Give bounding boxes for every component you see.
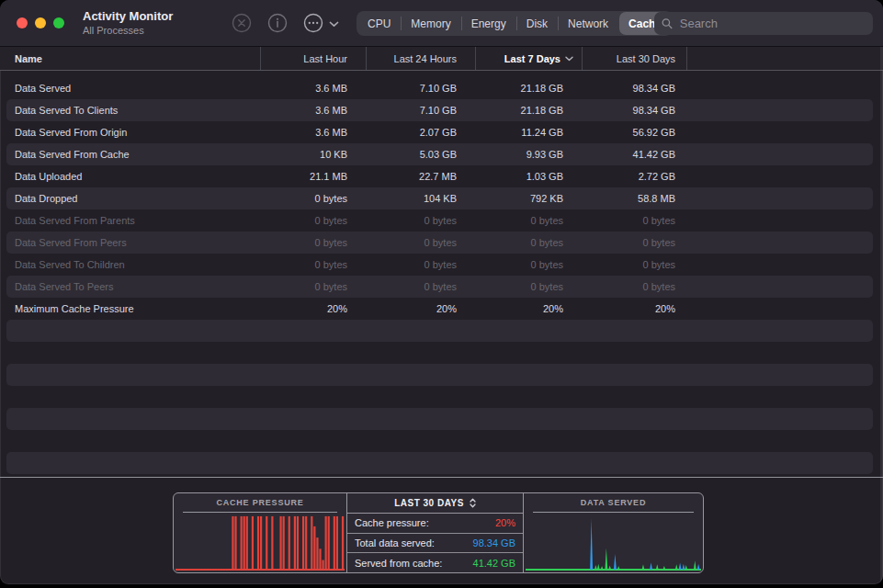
- more-options-chevron[interactable]: [329, 15, 339, 31]
- sort-descending-icon: [565, 56, 573, 62]
- row-name-cell: Data Served: [6, 83, 260, 94]
- traffic-lights: [17, 17, 64, 28]
- row-value-cell: 792 KB: [475, 193, 582, 204]
- row-value-cell: 0 bytes: [475, 281, 582, 292]
- tab-network[interactable]: Network: [558, 11, 618, 36]
- ellipsis-circle-icon: [303, 13, 323, 33]
- empty-table-row: [6, 386, 873, 408]
- close-button[interactable]: [17, 17, 28, 28]
- tab-cpu[interactable]: CPU: [357, 11, 401, 36]
- empty-table-row: [6, 408, 873, 430]
- row-value-cell: 98.34 GB: [582, 105, 686, 116]
- column-header-name[interactable]: Name: [0, 47, 260, 70]
- empty-table-row: [6, 430, 873, 452]
- empty-table-row: [6, 364, 873, 386]
- zoom-button[interactable]: [53, 17, 64, 28]
- process-filter-label: All Processes: [83, 24, 173, 37]
- statistics-table: Data Served3.6 MB7.10 GB21.18 GB98.34 GB…: [0, 72, 883, 474]
- row-value-cell: 20%: [366, 303, 475, 314]
- stat-value: 41.42 GB: [473, 558, 515, 569]
- period-selector[interactable]: LAST 30 DAYS: [347, 493, 523, 514]
- sorted-column-label: Last 7 Days: [504, 53, 560, 64]
- search-icon: [662, 17, 673, 29]
- table-row[interactable]: Data Served From Peers0 bytes0 bytes0 by…: [6, 232, 873, 254]
- search-input[interactable]: [678, 16, 866, 31]
- row-value-cell: 58.8 MB: [582, 193, 686, 204]
- data-served-section: DATA SERVED: [524, 493, 703, 572]
- row-value-cell: 0 bytes: [260, 215, 366, 226]
- row-value-cell: 22.7 MB: [366, 171, 475, 182]
- row-value-cell: 0 bytes: [366, 237, 475, 248]
- table-row[interactable]: Data Served To Peers0 bytes0 bytes0 byte…: [6, 276, 873, 298]
- search-field[interactable]: [654, 12, 873, 35]
- table-row[interactable]: Data Uploaded21.1 MB22.7 MB1.03 GB2.72 G…: [6, 165, 873, 187]
- table-row[interactable]: Data Served3.6 MB7.10 GB21.18 GB98.34 GB: [6, 77, 873, 99]
- tab-energy[interactable]: Energy: [461, 11, 516, 36]
- tab-memory[interactable]: Memory: [401, 11, 460, 36]
- toolbar-buttons: [232, 13, 339, 33]
- table-row[interactable]: Data Dropped0 bytes104 KB792 KB58.8 MB: [6, 187, 873, 209]
- stat-row: Cache pressure:20%: [347, 514, 523, 534]
- stat-value: 98.34 GB: [473, 537, 515, 548]
- window-title: Activity Monitor: [83, 8, 173, 24]
- data-served-graph: [526, 513, 701, 571]
- table-row[interactable]: Maximum Cache Pressure20%20%20%20%: [6, 298, 873, 320]
- column-header-last-24-hours[interactable]: Last 24 Hours: [366, 47, 475, 70]
- table-header: Name Last Hour Last 24 Hours Last 7 Days…: [0, 47, 883, 71]
- row-name-cell: Data Served From Origin: [6, 127, 260, 138]
- column-header-spacer: [686, 47, 883, 70]
- row-value-cell: 0 bytes: [475, 215, 582, 226]
- data-served-title: DATA SERVED: [524, 498, 703, 507]
- row-value-cell: 21.18 GB: [475, 105, 582, 116]
- row-name-cell: Data Served From Parents: [6, 215, 260, 226]
- cache-pressure-section: CACHE PRESSURE: [174, 493, 346, 572]
- stat-row: Served from cache:41.42 GB: [347, 553, 523, 572]
- cache-pressure-title: CACHE PRESSURE: [174, 498, 346, 507]
- row-value-cell: 98.34 GB: [582, 83, 686, 94]
- row-value-cell: 21.18 GB: [475, 83, 582, 94]
- inspect-process-button[interactable]: [267, 13, 288, 33]
- stat-row: Total data served:98.34 GB: [347, 534, 523, 554]
- table-row[interactable]: Data Served From Cache10 KB5.03 GB9.93 G…: [6, 143, 873, 165]
- row-value-cell: 2.72 GB: [582, 171, 686, 182]
- row-value-cell: 5.03 GB: [366, 149, 475, 160]
- row-value-cell: 0 bytes: [260, 193, 366, 204]
- row-value-cell: 0 bytes: [366, 215, 475, 226]
- tab-disk[interactable]: Disk: [516, 11, 558, 36]
- row-name-cell: Data Served From Peers: [6, 237, 260, 248]
- row-name-cell: Data Served To Clients: [6, 105, 260, 116]
- row-value-cell: 0 bytes: [366, 281, 475, 292]
- row-value-cell: 0 bytes: [582, 281, 686, 292]
- row-value-cell: 0 bytes: [260, 281, 366, 292]
- table-row[interactable]: Data Served To Children0 bytes0 bytes0 b…: [6, 254, 873, 276]
- row-value-cell: 0 bytes: [582, 215, 686, 226]
- title-block: Activity Monitor All Processes: [83, 8, 173, 37]
- table-row[interactable]: Data Served From Origin3.6 MB2.07 GB11.2…: [6, 121, 873, 143]
- cache-pressure-graph: [175, 513, 345, 571]
- row-value-cell: 20%: [260, 303, 366, 314]
- more-options-button[interactable]: [303, 13, 323, 33]
- row-value-cell: 20%: [475, 303, 582, 314]
- minimize-button[interactable]: [35, 17, 46, 28]
- period-stats-rows: Cache pressure:20%Total data served:98.3…: [347, 514, 523, 572]
- column-header-last-7-days[interactable]: Last 7 Days: [475, 47, 582, 70]
- row-value-cell: 0 bytes: [582, 237, 686, 248]
- row-value-cell: 1.03 GB: [475, 171, 582, 182]
- table-row[interactable]: Data Served To Clients3.6 MB7.10 GB21.18…: [6, 99, 873, 121]
- activity-monitor-window: Activity Monitor All Processes: [0, 0, 883, 584]
- row-value-cell: 3.6 MB: [260, 105, 366, 116]
- period-stats-section: LAST 30 DAYS Cache pressure:20%Total dat…: [346, 493, 524, 572]
- column-header-last-30-days[interactable]: Last 30 Days: [582, 47, 686, 70]
- row-value-cell: 7.10 GB: [366, 105, 475, 116]
- title-bar: Activity Monitor All Processes: [0, 0, 883, 47]
- row-name-cell: Data Dropped: [6, 193, 260, 204]
- column-header-last-hour[interactable]: Last Hour: [260, 47, 366, 70]
- row-value-cell: 3.6 MB: [260, 127, 366, 138]
- row-value-cell: 3.6 MB: [260, 83, 366, 94]
- stop-process-button[interactable]: [232, 13, 252, 33]
- row-value-cell: 0 bytes: [366, 259, 475, 270]
- table-row[interactable]: Data Served From Parents0 bytes0 bytes0 …: [6, 209, 873, 232]
- row-name-cell: Maximum Cache Pressure: [6, 303, 260, 314]
- row-value-cell: 0 bytes: [475, 237, 582, 248]
- row-value-cell: 0 bytes: [260, 259, 366, 270]
